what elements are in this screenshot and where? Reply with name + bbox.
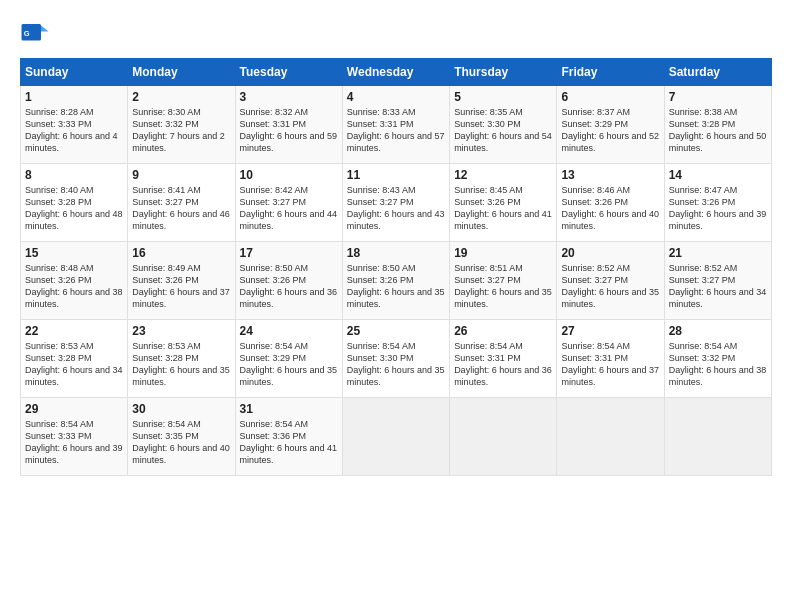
sunset-label: Sunset: 3:28 PM (132, 353, 199, 363)
daylight-label: Daylight: 6 hours and 35 minutes. (240, 365, 338, 387)
sunrise-label: Sunrise: 8:37 AM (561, 107, 630, 117)
calendar-cell: 28 Sunrise: 8:54 AM Sunset: 3:32 PM Dayl… (664, 320, 771, 398)
day-info: Sunrise: 8:54 AM Sunset: 3:31 PM Dayligh… (454, 340, 552, 389)
sunrise-label: Sunrise: 8:43 AM (347, 185, 416, 195)
calendar-cell: 17 Sunrise: 8:50 AM Sunset: 3:26 PM Dayl… (235, 242, 342, 320)
day-number: 17 (240, 246, 338, 260)
day-number: 3 (240, 90, 338, 104)
day-number: 31 (240, 402, 338, 416)
daylight-label: Daylight: 6 hours and 38 minutes. (25, 287, 123, 309)
calendar-cell: 3 Sunrise: 8:32 AM Sunset: 3:31 PM Dayli… (235, 86, 342, 164)
sunset-label: Sunset: 3:35 PM (132, 431, 199, 441)
daylight-label: Daylight: 6 hours and 39 minutes. (25, 443, 123, 465)
day-number: 19 (454, 246, 552, 260)
day-number: 8 (25, 168, 123, 182)
sunrise-label: Sunrise: 8:53 AM (25, 341, 94, 351)
calendar-cell: 26 Sunrise: 8:54 AM Sunset: 3:31 PM Dayl… (450, 320, 557, 398)
sunrise-label: Sunrise: 8:47 AM (669, 185, 738, 195)
sunrise-label: Sunrise: 8:54 AM (240, 341, 309, 351)
calendar-table: SundayMondayTuesdayWednesdayThursdayFrid… (20, 58, 772, 476)
day-number: 27 (561, 324, 659, 338)
sunrise-label: Sunrise: 8:54 AM (561, 341, 630, 351)
day-number: 11 (347, 168, 445, 182)
sunrise-label: Sunrise: 8:30 AM (132, 107, 201, 117)
daylight-label: Daylight: 6 hours and 59 minutes. (240, 131, 338, 153)
day-number: 7 (669, 90, 767, 104)
calendar-cell: 19 Sunrise: 8:51 AM Sunset: 3:27 PM Dayl… (450, 242, 557, 320)
sunset-label: Sunset: 3:26 PM (561, 197, 628, 207)
sunrise-label: Sunrise: 8:42 AM (240, 185, 309, 195)
calendar-cell: 4 Sunrise: 8:33 AM Sunset: 3:31 PM Dayli… (342, 86, 449, 164)
calendar-body: 1 Sunrise: 8:28 AM Sunset: 3:33 PM Dayli… (21, 86, 772, 476)
sunrise-label: Sunrise: 8:54 AM (454, 341, 523, 351)
day-number: 25 (347, 324, 445, 338)
calendar-cell: 12 Sunrise: 8:45 AM Sunset: 3:26 PM Dayl… (450, 164, 557, 242)
header: G (20, 18, 772, 48)
svg-text:G: G (24, 29, 30, 38)
daylight-label: Daylight: 6 hours and 35 minutes. (454, 287, 552, 309)
calendar-cell: 14 Sunrise: 8:47 AM Sunset: 3:26 PM Dayl… (664, 164, 771, 242)
sunset-label: Sunset: 3:36 PM (240, 431, 307, 441)
sunset-label: Sunset: 3:27 PM (132, 197, 199, 207)
daylight-label: Daylight: 6 hours and 41 minutes. (454, 209, 552, 231)
daylight-label: Daylight: 6 hours and 40 minutes. (132, 443, 230, 465)
daylight-label: Daylight: 6 hours and 36 minutes. (240, 287, 338, 309)
sunrise-label: Sunrise: 8:50 AM (347, 263, 416, 273)
day-number: 12 (454, 168, 552, 182)
day-info: Sunrise: 8:28 AM Sunset: 3:33 PM Dayligh… (25, 106, 123, 155)
sunrise-label: Sunrise: 8:33 AM (347, 107, 416, 117)
calendar-week-2: 8 Sunrise: 8:40 AM Sunset: 3:28 PM Dayli… (21, 164, 772, 242)
weekday-header-saturday: Saturday (664, 59, 771, 86)
daylight-label: Daylight: 6 hours and 46 minutes. (132, 209, 230, 231)
sunset-label: Sunset: 3:27 PM (240, 197, 307, 207)
sunset-label: Sunset: 3:28 PM (669, 119, 736, 129)
daylight-label: Daylight: 6 hours and 57 minutes. (347, 131, 445, 153)
sunrise-label: Sunrise: 8:46 AM (561, 185, 630, 195)
day-info: Sunrise: 8:54 AM Sunset: 3:36 PM Dayligh… (240, 418, 338, 467)
page: G SundayMondayTuesdayWednesdayThursdayFr… (0, 0, 792, 612)
day-number: 20 (561, 246, 659, 260)
sunset-label: Sunset: 3:26 PM (347, 275, 414, 285)
daylight-label: Daylight: 6 hours and 35 minutes. (347, 365, 445, 387)
day-number: 10 (240, 168, 338, 182)
sunrise-label: Sunrise: 8:38 AM (669, 107, 738, 117)
daylight-label: Daylight: 6 hours and 52 minutes. (561, 131, 659, 153)
day-info: Sunrise: 8:51 AM Sunset: 3:27 PM Dayligh… (454, 262, 552, 311)
day-info: Sunrise: 8:50 AM Sunset: 3:26 PM Dayligh… (347, 262, 445, 311)
logo: G (20, 18, 54, 48)
calendar-cell: 8 Sunrise: 8:40 AM Sunset: 3:28 PM Dayli… (21, 164, 128, 242)
day-number: 9 (132, 168, 230, 182)
calendar-cell: 9 Sunrise: 8:41 AM Sunset: 3:27 PM Dayli… (128, 164, 235, 242)
weekday-row: SundayMondayTuesdayWednesdayThursdayFrid… (21, 59, 772, 86)
sunrise-label: Sunrise: 8:28 AM (25, 107, 94, 117)
sunrise-label: Sunrise: 8:54 AM (25, 419, 94, 429)
sunrise-label: Sunrise: 8:52 AM (669, 263, 738, 273)
day-info: Sunrise: 8:50 AM Sunset: 3:26 PM Dayligh… (240, 262, 338, 311)
day-info: Sunrise: 8:40 AM Sunset: 3:28 PM Dayligh… (25, 184, 123, 233)
daylight-label: Daylight: 6 hours and 40 minutes. (561, 209, 659, 231)
daylight-label: Daylight: 6 hours and 43 minutes. (347, 209, 445, 231)
calendar-cell (450, 398, 557, 476)
sunset-label: Sunset: 3:32 PM (669, 353, 736, 363)
calendar-cell: 10 Sunrise: 8:42 AM Sunset: 3:27 PM Dayl… (235, 164, 342, 242)
daylight-label: Daylight: 6 hours and 37 minutes. (132, 287, 230, 309)
weekday-header-tuesday: Tuesday (235, 59, 342, 86)
weekday-header-sunday: Sunday (21, 59, 128, 86)
sunset-label: Sunset: 3:27 PM (561, 275, 628, 285)
sunrise-label: Sunrise: 8:41 AM (132, 185, 201, 195)
calendar-cell (557, 398, 664, 476)
sunset-label: Sunset: 3:31 PM (347, 119, 414, 129)
sunset-label: Sunset: 3:26 PM (669, 197, 736, 207)
calendar-cell: 18 Sunrise: 8:50 AM Sunset: 3:26 PM Dayl… (342, 242, 449, 320)
day-info: Sunrise: 8:53 AM Sunset: 3:28 PM Dayligh… (132, 340, 230, 389)
daylight-label: Daylight: 6 hours and 35 minutes. (561, 287, 659, 309)
day-info: Sunrise: 8:32 AM Sunset: 3:31 PM Dayligh… (240, 106, 338, 155)
day-number: 28 (669, 324, 767, 338)
sunrise-label: Sunrise: 8:54 AM (132, 419, 201, 429)
sunrise-label: Sunrise: 8:54 AM (347, 341, 416, 351)
calendar-cell: 29 Sunrise: 8:54 AM Sunset: 3:33 PM Dayl… (21, 398, 128, 476)
day-info: Sunrise: 8:52 AM Sunset: 3:27 PM Dayligh… (561, 262, 659, 311)
daylight-label: Daylight: 6 hours and 34 minutes. (25, 365, 123, 387)
sunrise-label: Sunrise: 8:48 AM (25, 263, 94, 273)
sunrise-label: Sunrise: 8:53 AM (132, 341, 201, 351)
